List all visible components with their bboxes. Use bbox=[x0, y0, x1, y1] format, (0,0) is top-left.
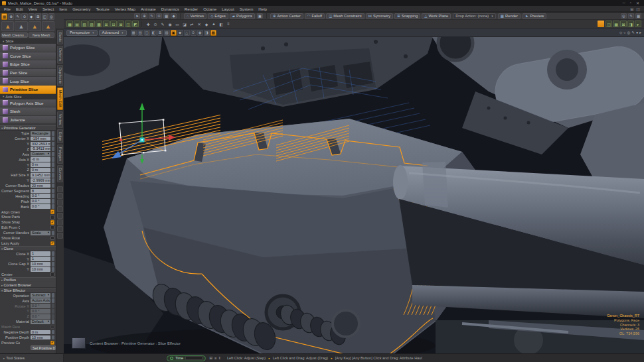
toolbar-icon[interactable]: ➤ bbox=[134, 13, 140, 19]
property-checkbox[interactable] bbox=[50, 241, 55, 246]
spinner-handle[interactable] bbox=[52, 330, 54, 335]
toolbar-icon[interactable]: ⊕ bbox=[141, 13, 147, 19]
toolbar-toggle-button[interactable]: ⊕ Action Center bbox=[270, 13, 303, 19]
menu-item[interactable]: Help bbox=[258, 7, 267, 11]
property-value[interactable]: 10 mm bbox=[31, 262, 50, 267]
tool-list-row[interactable]: Pen Slice bbox=[0, 69, 56, 78]
shading-mode-select[interactable]: Advanced bbox=[99, 30, 127, 36]
edit-tool-icon[interactable]: ▲ bbox=[210, 21, 217, 27]
property-value[interactable]: 0.0 ° bbox=[31, 314, 50, 319]
property-value[interactable]: Custom bbox=[31, 152, 50, 156]
toolbar-icon[interactable]: ▦ bbox=[163, 13, 169, 19]
viewport-toggle-icon[interactable]: ⊙ bbox=[191, 30, 197, 36]
property-value[interactable]: 1 bbox=[31, 251, 50, 256]
edit-tool-icon[interactable]: ◉ bbox=[167, 21, 173, 27]
tool-list-row[interactable]: Polygon Slice bbox=[0, 44, 56, 52]
viewport-toggle-icon[interactable]: ◨ bbox=[204, 30, 210, 36]
viewport-toggle-icon[interactable]: ▦ bbox=[131, 30, 137, 36]
property-value[interactable]: Scale bbox=[31, 231, 50, 235]
spinner-handle[interactable] bbox=[52, 298, 54, 303]
viewport-toggle-icon[interactable]: ◉ bbox=[197, 30, 203, 36]
primitive-tool-icon[interactable]: ▲ bbox=[29, 21, 41, 31]
tool-list-row[interactable]: Slice bbox=[0, 38, 56, 44]
property-value[interactable]: Action Axis bbox=[31, 298, 50, 303]
property-value[interactable]: 8 bbox=[31, 189, 50, 194]
toolbar-right-icon[interactable]: ▦ bbox=[635, 13, 641, 19]
spinner-handle[interactable] bbox=[52, 257, 54, 261]
property-value[interactable]: 332.2593 mm bbox=[31, 142, 50, 147]
viewport-layout-icon[interactable]: ▦ bbox=[613, 21, 619, 27]
tool-list-row[interactable]: Axis Slice bbox=[0, 94, 56, 99]
spinner-handle[interactable] bbox=[52, 204, 54, 209]
component-mode-button[interactable]: ◇ Edges bbox=[208, 13, 228, 19]
preview-button[interactable]: ► Preview bbox=[523, 13, 546, 19]
menu-item[interactable]: Texture bbox=[96, 7, 109, 11]
toolbox-category-icon[interactable]: ◎ bbox=[48, 13, 54, 20]
spinner-handle[interactable] bbox=[52, 335, 54, 340]
menu-item[interactable]: Item bbox=[59, 7, 67, 11]
menubar-right-icon[interactable]: ◫ bbox=[636, 7, 640, 11]
layout-preset-icon[interactable]: ◫ bbox=[125, 21, 131, 27]
component-mode-button[interactable]: ∴ Vertices bbox=[184, 13, 206, 19]
property-value[interactable]: 10 mm bbox=[31, 335, 50, 340]
statusbar-icon[interactable]: ‖ bbox=[218, 356, 220, 360]
toolbar-toggle-button[interactable]: ◫ Mesh Constraint bbox=[326, 13, 364, 19]
edit-tool-icon[interactable]: ≡ bbox=[225, 21, 232, 27]
property-checkbox[interactable] bbox=[50, 225, 55, 230]
viewport-toggle-icon[interactable]: ◆ bbox=[177, 30, 183, 36]
property-value[interactable]: -5.3413 mm bbox=[31, 147, 50, 151]
toolbox-category-icon[interactable]: ◆ bbox=[29, 13, 35, 20]
menu-item[interactable]: Animate bbox=[141, 7, 156, 11]
property-value[interactable]: 0.0 ° bbox=[31, 309, 50, 314]
viewport-toggle-icon[interactable]: ◫ bbox=[144, 30, 150, 36]
property-checkbox[interactable] bbox=[50, 341, 55, 345]
toolbar-right-icon[interactable]: ✎ bbox=[628, 13, 634, 19]
property-checkbox[interactable] bbox=[50, 220, 55, 225]
property-value[interactable]: 0 m bbox=[31, 162, 50, 167]
viewport-toggle-icon[interactable]: ⊞ bbox=[157, 30, 163, 36]
spinner-handle[interactable] bbox=[52, 152, 54, 156]
menu-item[interactable]: File bbox=[4, 7, 11, 11]
spinner-handle[interactable] bbox=[52, 194, 54, 198]
toolbox-tab[interactable]: Vertex bbox=[57, 111, 63, 127]
statusbar-icon[interactable]: ⊞ bbox=[209, 356, 212, 360]
edit-tool-icon[interactable]: ▭ bbox=[174, 21, 181, 27]
drop-action-select[interactable]: Drop Action: (none) bbox=[453, 13, 495, 19]
render-button[interactable]: ▦ Render bbox=[498, 13, 521, 19]
tab-cell[interactable] bbox=[57, 200, 63, 206]
property-checkbox[interactable] bbox=[50, 236, 55, 241]
viewport-corner-icon[interactable]: ◎ bbox=[627, 30, 630, 34]
property-value[interactable]: 20 mm bbox=[31, 184, 50, 188]
edit-tool-icon[interactable]: ✚ bbox=[145, 21, 151, 27]
minimize-button[interactable]: ─ bbox=[623, 1, 625, 5]
view-mode-select[interactable]: Perspective bbox=[66, 30, 98, 36]
toolbox-category-icon[interactable]: ⊙ bbox=[21, 13, 27, 20]
tab-cell[interactable] bbox=[57, 233, 63, 239]
toolbar-icon[interactable]: ✎ bbox=[149, 13, 155, 19]
spinner-handle[interactable] bbox=[52, 267, 54, 272]
spinner-handle[interactable] bbox=[52, 162, 54, 167]
spinner-handle[interactable] bbox=[52, 199, 54, 204]
toolbar-icon[interactable]: ⊙ bbox=[156, 13, 162, 19]
tab-cell[interactable] bbox=[57, 206, 63, 212]
toolbox-tab[interactable]: Duplicate bbox=[57, 65, 63, 86]
edit-tool-icon[interactable]: ◆ bbox=[203, 21, 210, 27]
layout-preset-icon[interactable]: ⊠ bbox=[118, 21, 124, 27]
viewport-toggle-icon[interactable]: ▧ bbox=[164, 30, 170, 36]
viewport-layout-icon[interactable]: ◫ bbox=[605, 21, 612, 27]
layout-preset-icon[interactable]: ◩ bbox=[132, 21, 139, 27]
close-button[interactable]: ✕ bbox=[636, 1, 639, 5]
layout-preset-icon[interactable]: ⊟ bbox=[110, 21, 117, 27]
tool-list-row[interactable]: Loop Slice bbox=[0, 77, 56, 86]
edit-tool-icon[interactable]: ◧ bbox=[218, 21, 224, 27]
tool-states-header[interactable]: Tool States bbox=[0, 354, 64, 362]
toolbox-category-icon[interactable]: ◫ bbox=[42, 13, 48, 20]
edit-tool-icon[interactable]: ◪ bbox=[181, 21, 188, 27]
menubar-right-icon[interactable]: ⊞ bbox=[630, 7, 633, 11]
layout-preset-icon[interactable]: ▩ bbox=[96, 21, 102, 27]
spinner-handle[interactable] bbox=[52, 157, 54, 162]
toolbox-tab[interactable]: Edge bbox=[57, 129, 63, 143]
viewport-toggle-icon[interactable]: △ bbox=[184, 30, 190, 36]
edit-tool-icon[interactable]: ⇄ bbox=[189, 21, 195, 27]
property-value[interactable]: -0 m bbox=[31, 157, 50, 162]
